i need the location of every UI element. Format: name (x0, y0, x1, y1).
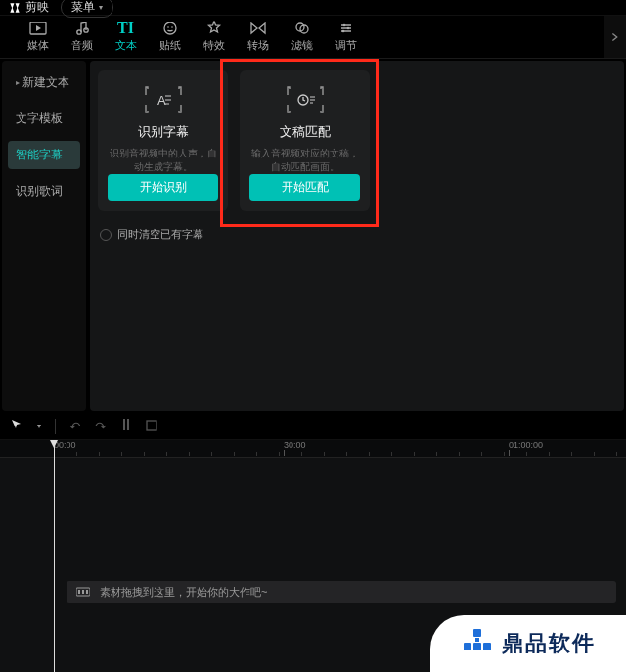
card-desc: 识别音视频中的人声，自动生成字幕。 (108, 147, 218, 174)
recognize-bracket-icon: A (145, 86, 182, 113)
start-match-button[interactable]: 开始匹配 (249, 174, 360, 201)
ruler-tick: 01:00:00 (509, 440, 543, 450)
undo-icon[interactable]: ↶ (69, 419, 81, 434)
pointer-tool-icon[interactable] (10, 418, 23, 434)
chevron-down-icon: ▾ (99, 3, 103, 12)
ruler-minor-tick (391, 452, 392, 456)
watermark-text: 鼎品软件 (502, 629, 596, 658)
ruler-minor-tick (144, 452, 145, 456)
svg-rect-21 (464, 643, 471, 650)
tab-filter[interactable]: 滤镜 (280, 16, 324, 58)
ruler-minor-tick (414, 452, 415, 456)
svg-rect-23 (483, 643, 491, 650)
svg-point-3 (164, 22, 176, 34)
ruler-minor-tick (549, 452, 550, 456)
ruler-minor-tick (459, 452, 460, 456)
separator (55, 419, 56, 434)
svg-point-9 (346, 27, 349, 30)
timeline-toolbar: ▾ ↶ ↷ (0, 413, 626, 440)
card-script-match: 文稿匹配 输入音视频对应的文稿，自动匹配画面。 开始匹配 (240, 70, 370, 211)
preview-edge (604, 16, 626, 59)
timeline-ruler[interactable]: 00:00 30:00 01:00:00 (0, 440, 626, 458)
match-bracket-icon (287, 86, 324, 113)
card-desc: 输入音视频对应的文稿，自动匹配画面。 (249, 147, 360, 174)
tab-effects[interactable]: 特效 (192, 16, 236, 58)
watermark-logo-icon (461, 627, 494, 660)
card-recognize-subtitle: A 识别字幕 识别音视频中的人声，自动生成字幕。 开始识别 (98, 70, 228, 211)
main-tabbar: 媒体 音频 TI 文本 贴纸 特效 转场 滤镜 调节 (0, 16, 626, 59)
ruler-minor-tick (436, 452, 437, 456)
delete-icon[interactable] (146, 419, 157, 434)
watermark: 鼎品软件 (430, 615, 626, 672)
ruler-minor-tick (166, 452, 167, 456)
clip-icon (76, 586, 90, 598)
split-icon[interactable] (120, 418, 132, 434)
chevron-down-icon[interactable]: ▾ (37, 422, 41, 430)
ruler-minor-tick (504, 452, 505, 456)
sidebar-item-new-text[interactable]: ▸ 新建文本 (8, 68, 80, 97)
tab-sticker[interactable]: 贴纸 (148, 16, 192, 58)
text-icon: TI (117, 21, 135, 36)
clear-existing-option[interactable]: 同时清空已有字幕 (98, 227, 616, 242)
ruler-minor-tick (279, 452, 280, 456)
svg-rect-24 (475, 638, 479, 642)
svg-rect-20 (473, 629, 481, 637)
sticker-icon (161, 21, 179, 36)
text-sidebar: ▸ 新建文本 文字模板 智能字幕 识别歌词 (2, 61, 86, 411)
sidebar-item-lyrics[interactable]: 识别歌词 (8, 177, 80, 205)
svg-text:A: A (157, 93, 166, 108)
timeline-playhead[interactable] (54, 440, 55, 672)
audio-icon (73, 21, 91, 36)
menu-label: 菜单 (71, 0, 95, 16)
tab-adjust[interactable]: 调节 (324, 16, 368, 58)
svg-point-4 (167, 26, 169, 28)
sidebar-item-smart-subtitle[interactable]: 智能字幕 (8, 141, 80, 169)
ruler-minor-tick (594, 452, 595, 456)
ruler-minor-tick (121, 452, 122, 456)
ruler-minor-tick (211, 452, 212, 456)
timeline-drop-hint[interactable]: 素材拖拽到这里，开始你的大作吧~ (67, 581, 616, 603)
ruler-minor-tick (99, 452, 100, 456)
svg-rect-17 (78, 590, 80, 594)
ruler-minor-tick (301, 452, 302, 456)
checkbox-icon (100, 229, 112, 241)
tab-text[interactable]: TI 文本 (104, 16, 148, 58)
media-icon (29, 21, 47, 36)
ruler-minor-tick (526, 452, 527, 456)
card-title: 文稿匹配 (280, 123, 331, 141)
transition-icon (249, 21, 267, 36)
ruler-minor-tick (346, 452, 347, 456)
tab-media[interactable]: 媒体 (16, 16, 60, 58)
app-name: 剪映 (25, 0, 49, 16)
tab-transition[interactable]: 转场 (236, 16, 280, 58)
svg-point-8 (342, 24, 345, 27)
adjust-icon (337, 21, 355, 36)
filter-icon (293, 21, 311, 36)
svg-rect-22 (473, 643, 481, 650)
start-recognize-button[interactable]: 开始识别 (108, 174, 218, 201)
svg-rect-15 (147, 421, 156, 430)
ruler-minor-tick (234, 452, 235, 456)
app-logo-icon (8, 1, 22, 15)
tab-audio[interactable]: 音频 (60, 16, 104, 58)
ruler-minor-tick (76, 452, 77, 456)
card-title: 识别字幕 (138, 123, 189, 141)
svg-rect-18 (82, 590, 84, 594)
ruler-minor-tick (324, 452, 325, 456)
svg-point-5 (171, 26, 173, 28)
svg-rect-19 (86, 590, 88, 594)
effects-icon (205, 21, 223, 36)
ruler-minor-tick (571, 452, 572, 456)
titlebar: 剪映 菜单 ▾ (0, 0, 626, 16)
svg-rect-14 (127, 419, 129, 430)
redo-icon[interactable]: ↷ (95, 419, 107, 434)
ruler-minor-tick (616, 452, 617, 456)
ruler-minor-tick (256, 452, 257, 456)
ruler-minor-tick (189, 452, 190, 456)
sidebar-item-text-template[interactable]: 文字模板 (8, 105, 80, 133)
ruler-minor-tick (481, 452, 482, 456)
ruler-tick: 30:00 (284, 440, 306, 450)
svg-rect-13 (123, 419, 125, 430)
expand-icon[interactable] (608, 30, 622, 44)
expand-triangle-icon: ▸ (16, 78, 20, 87)
